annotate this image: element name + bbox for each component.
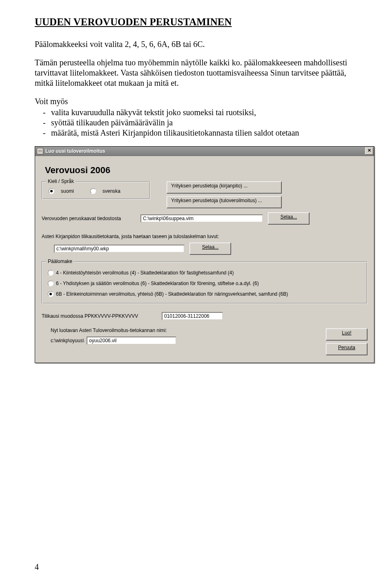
paragraph: Päälomakkeeksi voit valita 2, 4, 5, 6, 6… — [35, 39, 363, 49]
radio-label: 4 - Kiinteistöyhteisön veroilmoitus (4) … — [56, 270, 234, 276]
radio-label: 6B - Elinkeinotoiminnan veroilmoitus, yh… — [56, 291, 288, 297]
out-filename-input[interactable] — [87, 337, 176, 345]
titlebar[interactable]: ▭ Luo uusi tuloveroilmoitus ✕ — [35, 147, 374, 156]
radio-dot-icon — [90, 188, 96, 194]
kaavat-path-input[interactable] — [140, 214, 263, 223]
out-path-prefix: c:\winkp\oyuus\ — [51, 338, 84, 343]
radio-dot-icon — [48, 270, 53, 276]
bullet-lead: Voit myös — [35, 96, 363, 107]
bullet-item: syöttää tilikauden päivämäärävälin ja — [35, 118, 363, 128]
radio-dot-icon — [48, 291, 53, 297]
radio-label: 6 - Yhdistyksen ja säätiön veroilmoitus … — [56, 281, 259, 286]
radio-dot-icon — [48, 281, 53, 286]
kaavat-label: Verovuoden peruskaavat tiedostosta — [42, 216, 136, 221]
app-icon: ▭ — [37, 148, 43, 154]
tilikausi-label: Tilikausi muodossa PPKKVVVV-PPKKVVVV — [42, 313, 156, 319]
browse-kpdb-button[interactable]: Selaa... — [189, 243, 231, 255]
company-basic-tvi-button[interactable]: Yrityksen perustietoja (tuloveroilmoitus… — [167, 196, 282, 208]
cancel-button[interactable]: Peruuta — [326, 343, 368, 355]
company-basic-kp-button[interactable]: Yrityksen perustietoja (kirjanpito) ... — [167, 181, 282, 194]
create-button[interactable]: Luo! — [326, 328, 368, 341]
dialog: ▭ Luo uusi tuloveroilmoitus ✕ Verovuosi … — [35, 146, 374, 363]
radio-form-6[interactable]: 6 - Yhdistyksen ja säätiön veroilmoitus … — [47, 278, 362, 289]
radio-form-6b[interactable]: 6B - Elinkeinotoiminnan veroilmoitus, yh… — [47, 289, 362, 299]
language-group: Kieli / Språk suomi svenska — [42, 181, 150, 199]
radio-form-4[interactable]: 4 - Kiinteistöyhteisön veroilmoitus (4) … — [47, 267, 362, 278]
year-heading: Verovuosi 2006 — [45, 165, 368, 176]
tilikausi-input[interactable] — [162, 312, 223, 320]
radio-dot-icon — [49, 188, 54, 194]
kpdb-path-input[interactable] — [54, 245, 185, 253]
radio-suomi[interactable]: suomi — [49, 188, 74, 194]
paalomake-group: Päälomake 4 - Kiinteistöyhteisön veroilm… — [42, 261, 368, 304]
paalomake-legend: Päälomake — [46, 259, 74, 264]
dialog-title: Luo uusi tuloveroilmoitus — [45, 148, 365, 154]
bullet-item: määrätä, mistä Asteri Kirjanpidon tilika… — [35, 128, 363, 138]
page-heading: UUDEN VEROVUODEN PERUSTAMINEN — [35, 16, 363, 28]
radio-label: svenska — [102, 188, 120, 194]
paragraph: Tämän perusteella ohjelma tuo myöhemmin … — [35, 58, 363, 88]
out-label: Nyt luotavan Asteri Tuloveroilmoitus-tie… — [42, 328, 318, 333]
language-legend: Kieli / Språk — [46, 178, 76, 184]
radio-label: suomi — [61, 188, 74, 194]
kpdb-label: Asteri Kirjanpidon tilikausitietokanta, … — [42, 234, 368, 239]
bullet-block: Voit myös valita kuvaruudulla näkyvät te… — [35, 96, 363, 138]
bullet-item: valita kuvaruudulla näkyvät tekstit joko… — [35, 107, 363, 118]
browse-kaavat-button[interactable]: Selaa... — [268, 212, 310, 225]
close-button[interactable]: ✕ — [365, 147, 373, 155]
radio-svenska[interactable]: svenska — [90, 188, 120, 194]
